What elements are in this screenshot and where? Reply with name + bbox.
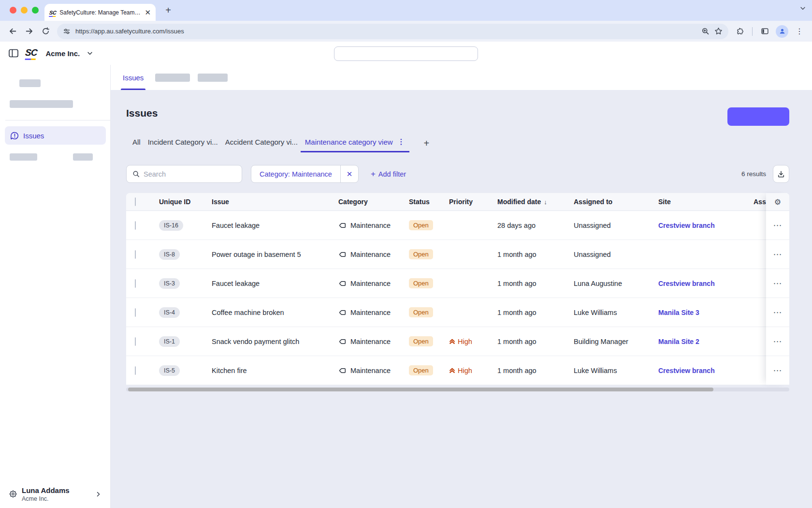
sidebar-item-issues[interactable]: Issues	[5, 126, 106, 145]
row-actions-kebab-icon[interactable]: ⋯	[766, 327, 789, 356]
profile-avatar[interactable]	[774, 24, 790, 39]
view-tab-accident[interactable]: Accident Category vi...	[225, 138, 298, 152]
issue-cell[interactable]: Faucet leakage	[212, 222, 338, 229]
search-box[interactable]	[126, 165, 242, 183]
table-body: IS-16 Faucet leakage Maintenance Open 28…	[126, 211, 789, 385]
address-bar[interactable]: https://app.au.safetyculture.com/issues	[57, 24, 728, 39]
row-select-cell[interactable]	[126, 338, 159, 345]
scrollbar-thumb[interactable]	[128, 388, 713, 391]
row-select-cell[interactable]	[126, 367, 159, 374]
browser-tab[interactable]: SC SafetyCulture: Manage Teams and... ✕	[44, 4, 156, 21]
view-tab-all[interactable]: All	[132, 138, 141, 152]
issue-cell[interactable]: Coffee machine broken	[212, 309, 338, 316]
top-nav-item-issues[interactable]: Issues	[121, 65, 145, 90]
org-chevron-down-icon[interactable]	[87, 50, 93, 57]
row-checkbox[interactable]	[135, 337, 136, 346]
chevron-right-icon	[95, 491, 102, 497]
table-row[interactable]: IS-5 Kitchen fire Maintenance Open High …	[126, 356, 789, 385]
browser-toolbar: https://app.au.safetyculture.com/issues …	[0, 21, 812, 42]
org-name[interactable]: Acme Inc.	[45, 49, 80, 58]
add-view-button[interactable]: +	[424, 138, 430, 152]
category-cell: Maintenance	[338, 338, 409, 345]
table-row[interactable]: IS-8 Power outage in basement 5 Maintena…	[126, 240, 789, 269]
horizontal-scrollbar[interactable]	[126, 388, 789, 391]
select-all-cell[interactable]	[126, 198, 159, 206]
add-filter-button[interactable]: + Add filter	[371, 169, 406, 179]
modified-date-cell: 1 month ago	[497, 367, 574, 374]
tab-close-icon[interactable]: ✕	[145, 9, 151, 16]
site-link[interactable]: Manila Site 3	[658, 309, 699, 316]
window-controls[interactable]	[10, 7, 39, 14]
back-icon[interactable]	[5, 24, 20, 39]
user-menu[interactable]: Luna Addams Acme Inc.	[0, 486, 110, 502]
col-unique-id[interactable]: Unique ID	[159, 198, 212, 206]
row-actions-kebab-icon[interactable]: ⋯	[766, 269, 789, 298]
col-issue[interactable]: Issue	[212, 198, 338, 206]
table-row[interactable]: IS-16 Faucet leakage Maintenance Open 28…	[126, 211, 789, 240]
close-window-button[interactable]	[10, 7, 16, 14]
issue-cell[interactable]: Kitchen fire	[212, 367, 338, 374]
issue-cell[interactable]: Snack vendo payment glitch	[212, 338, 338, 345]
row-actions-kebab-icon[interactable]: ⋯	[766, 298, 789, 327]
site-link[interactable]: Crestview branch	[658, 367, 715, 374]
new-tab-button[interactable]: +	[162, 5, 174, 16]
minimize-window-button[interactable]	[21, 7, 28, 14]
search-input[interactable]	[144, 170, 236, 178]
reload-icon[interactable]	[38, 24, 53, 39]
table-row[interactable]: IS-1 Snack vendo payment glitch Maintena…	[126, 327, 789, 356]
side-panel-icon[interactable]	[757, 24, 772, 39]
forward-icon[interactable]	[21, 24, 37, 39]
browser-menu-icon[interactable]: ⋮	[792, 24, 807, 39]
row-checkbox[interactable]	[135, 250, 136, 259]
row-select-cell[interactable]	[126, 309, 159, 316]
select-all-checkbox[interactable]	[135, 197, 136, 206]
unique-id-cell: IS-4	[159, 307, 212, 318]
issue-cell[interactable]: Faucet leakage	[212, 280, 338, 287]
col-priority[interactable]: Priority	[449, 198, 497, 206]
row-select-cell[interactable]	[126, 222, 159, 229]
zoom-page-icon[interactable]	[701, 27, 710, 35]
toolbar-divider	[752, 27, 753, 36]
issue-cell[interactable]: Power outage in basement 5	[212, 251, 338, 258]
primary-action-button[interactable]	[727, 107, 789, 126]
sticky-cells: ⋯⋯⋯⋯⋯⋯	[766, 211, 789, 385]
site-link[interactable]: Crestview branch	[658, 280, 715, 287]
row-actions-kebab-icon[interactable]: ⋯	[766, 211, 789, 240]
status-cell: Open	[409, 220, 449, 230]
row-select-cell[interactable]	[126, 280, 159, 287]
site-info-icon[interactable]	[63, 28, 71, 35]
column-settings-gear-icon[interactable]: ⚙	[766, 193, 789, 211]
download-button[interactable]	[773, 165, 789, 183]
table-row[interactable]: IS-3 Faucet leakage Maintenance Open 1 m…	[126, 269, 789, 298]
global-search-input[interactable]	[334, 46, 478, 61]
row-checkbox[interactable]	[135, 308, 136, 317]
view-tab-maintenance[interactable]: Maintenance category view ⋮	[301, 137, 409, 152]
row-actions-kebab-icon[interactable]: ⋯	[766, 240, 789, 269]
url-text[interactable]: https://app.au.safetyculture.com/issues	[75, 28, 696, 35]
category-filter-chip[interactable]: Category: Maintenance ✕	[251, 165, 359, 183]
row-actions-kebab-icon[interactable]: ⋯	[766, 356, 789, 385]
row-select-cell[interactable]	[126, 251, 159, 258]
tab-list-chevron-icon[interactable]	[799, 5, 806, 12]
col-site[interactable]: Site	[658, 198, 754, 206]
view-tab-kebab-icon[interactable]: ⋮	[398, 137, 405, 146]
site-link[interactable]: Crestview branch	[658, 222, 715, 229]
issues-table: Unique ID Issue Category Status Priority…	[126, 193, 789, 385]
extensions-icon[interactable]	[732, 24, 748, 39]
view-tabs: All Incident Category vi... Accident Cat…	[126, 137, 789, 152]
view-tab-incident[interactable]: Incident Category vi...	[148, 138, 218, 152]
col-modified-date[interactable]: Modified date↓	[497, 198, 574, 206]
maximize-window-button[interactable]	[32, 7, 39, 14]
filter-chip-label[interactable]: Category: Maintenance	[251, 165, 340, 182]
row-checkbox[interactable]	[135, 221, 136, 230]
remove-filter-icon[interactable]: ✕	[341, 165, 358, 182]
col-status[interactable]: Status	[409, 198, 449, 206]
row-checkbox[interactable]	[135, 279, 136, 288]
sidebar-toggle-icon[interactable]	[9, 49, 18, 58]
table-row[interactable]: IS-4 Coffee machine broken Maintenance O…	[126, 298, 789, 327]
col-assigned-to[interactable]: Assigned to	[574, 198, 658, 206]
row-checkbox[interactable]	[135, 366, 136, 375]
site-link[interactable]: Manila Site 2	[658, 338, 699, 345]
bookmark-star-icon[interactable]	[714, 27, 723, 35]
col-category[interactable]: Category	[338, 198, 409, 206]
